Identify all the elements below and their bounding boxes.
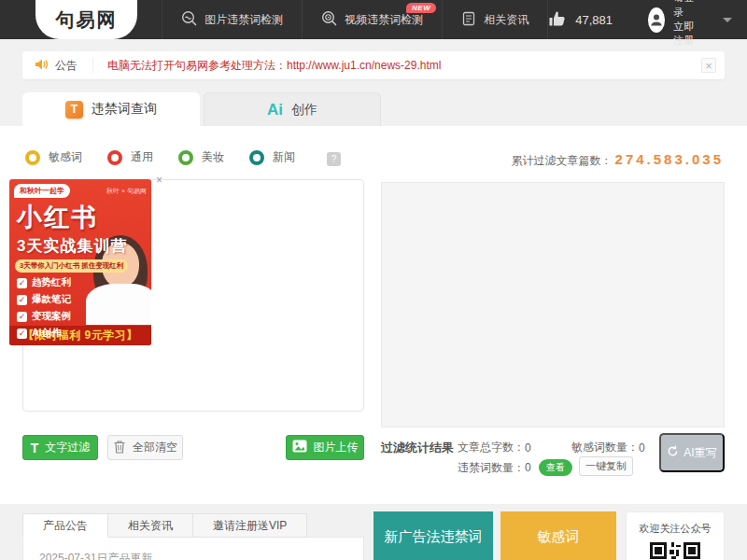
- official-account-card: 欢迎关注公众号: [626, 511, 725, 560]
- ad-title: 小红书: [9, 198, 151, 234]
- counter-label: 累计过滤文章篇数：: [512, 153, 613, 169]
- counter-value: 274.583.035: [615, 151, 724, 167]
- news-tabs: 产品公告 相关资讯 邀请注册送VIP: [22, 513, 364, 538]
- stat-label: 文章总字数：: [458, 440, 525, 455]
- view-banned-words-button[interactable]: 查看: [539, 459, 572, 476]
- main-tabs: T 违禁词查询 Ai 创作: [22, 92, 381, 126]
- tab-label: 违禁词查询: [92, 101, 157, 118]
- nav-item-label: 视频违禁词检测: [345, 12, 423, 28]
- text-filter-button[interactable]: T 文字过滤: [22, 435, 98, 460]
- image-upload-button[interactable]: 图片上传: [286, 435, 364, 460]
- account-menu[interactable]: 请登录 立即注册: [648, 0, 732, 49]
- ad-checklist-item: ✓ 变现案例: [9, 310, 151, 327]
- tab-invite-vip[interactable]: 邀请注册送VIP: [192, 513, 307, 538]
- ad-checklist-label: 爆款笔记: [32, 293, 71, 306]
- ad-checklist-label: AI创作: [32, 327, 62, 340]
- copy-all-button[interactable]: 一键复制: [579, 456, 633, 476]
- ad-checklist-item: ✓ 爆款笔记: [9, 293, 151, 310]
- stat-label: 敏感词数量：: [571, 440, 639, 455]
- tab-related-news[interactable]: 相关资讯: [107, 513, 193, 538]
- likes-counter[interactable]: 47,881: [548, 10, 613, 30]
- stat-value: 0: [525, 441, 531, 455]
- button-label: 文字过滤: [45, 440, 90, 455]
- qr-code: [650, 542, 700, 560]
- announcement-label: 公告: [22, 58, 93, 73]
- ad-checklist-label: 趋势红利: [32, 276, 71, 289]
- filter-beauty[interactable]: 美妆: [178, 149, 224, 165]
- radio-yellow-icon: [25, 150, 40, 165]
- filter-general[interactable]: 通用: [107, 149, 153, 165]
- filter-label: 通用: [131, 149, 153, 165]
- filter-label: 新闻: [273, 149, 295, 165]
- tab-product-announcements[interactable]: 产品公告: [22, 513, 108, 538]
- nav-item-label: 相关资讯: [484, 12, 529, 28]
- news-item-link[interactable]: 2025-07-31日产品更新: [39, 552, 152, 560]
- ad-question-text: 纯新手，如何成为一个能赚钱的小红书博主？: [9, 343, 151, 345]
- stat-label: 违禁词数量：: [458, 460, 525, 476]
- ai-icon: Ai: [267, 101, 283, 119]
- clear-all-button[interactable]: 全部清空: [107, 435, 183, 460]
- tab-ai-creation[interactable]: Ai 创作: [204, 92, 381, 126]
- login-line: 请登录: [673, 0, 694, 18]
- dictionary-filters: 敏感词 通用 美妆 新闻: [25, 149, 295, 165]
- likes-count: 47,881: [575, 13, 613, 27]
- announcement-label-text: 公告: [55, 58, 78, 74]
- filter-label: 敏感词: [49, 149, 82, 165]
- ad-close-icon[interactable]: ×: [156, 175, 162, 186]
- navbar-right: 47,881 请登录 立即注册: [548, 0, 747, 49]
- nav-item-video-detect[interactable]: 视频违禁词检测 NEW: [303, 0, 442, 39]
- news-list: 2025-07-31日产品更新: [22, 537, 364, 560]
- ad-top-badge: 和秋叶一起学: [14, 184, 70, 198]
- nav-item-image-detect[interactable]: 图片违禁词检测: [162, 0, 302, 39]
- sensitive-words-stat: 敏感词数量： 0: [571, 440, 645, 455]
- checkbox-icon: ✓: [17, 329, 27, 339]
- top-navbar: 句易网 图片违禁词检测 视频违禁词检测 NEW 相关资讯 47,881 请登录: [0, 0, 747, 39]
- ai-rewrite-button[interactable]: AI重写: [659, 433, 725, 472]
- filter-result-panel: [381, 182, 725, 427]
- radio-red-icon: [107, 150, 122, 165]
- ad-checklist-item: ✓ 趋势红利: [9, 276, 151, 293]
- image-icon: [292, 440, 307, 455]
- filter-sensitive-words[interactable]: 敏感词: [25, 149, 82, 165]
- filtered-articles-counter: 累计过滤文章篇数： 274.583.035: [512, 151, 724, 169]
- announcement-close-icon[interactable]: ×: [701, 58, 716, 73]
- announcement-link[interactable]: 电脑无法打开句易网参考处理方法：http://www.ju1.cn/news-2…: [107, 58, 441, 74]
- button-label: AI重写: [684, 445, 716, 461]
- qr-card-title: 欢迎关注公众号: [627, 512, 724, 536]
- news-icon: [461, 11, 476, 29]
- text-icon: T: [31, 441, 39, 455]
- radio-teal-icon: [249, 150, 264, 165]
- announcement-bar: 公告 电脑无法打开句易网参考处理方法：http://www.ju1.cn/new…: [22, 51, 725, 79]
- button-label: 图片上传: [314, 440, 359, 455]
- filter-label: 美妆: [202, 149, 224, 165]
- stat-value: 0: [639, 441, 645, 455]
- logo-text: 句易网: [56, 7, 118, 33]
- checkbox-icon: ✓: [17, 295, 27, 305]
- checkbox-icon: ✓: [17, 312, 27, 322]
- nav-item-label: 图片违禁词检测: [204, 12, 283, 28]
- logo[interactable]: 句易网: [35, 0, 137, 39]
- image-detect-icon: [181, 10, 197, 29]
- tab-label: 创作: [291, 102, 317, 119]
- filter-news[interactable]: 新闻: [249, 149, 295, 165]
- nav-item-news[interactable]: 相关资讯: [443, 0, 547, 39]
- trash-icon: [113, 440, 126, 456]
- chevron-down-icon: [723, 18, 732, 22]
- ad-subtitle: 3天实战集训营: [9, 234, 151, 259]
- refresh-icon: [667, 445, 679, 460]
- ad-tagline: 3天带你入门小红书 抓住变现红利: [15, 259, 128, 273]
- checkbox-icon: ✓: [17, 278, 27, 288]
- news-panel: 产品公告 相关资讯 邀请注册送VIP 2025-07-31日产品更新: [22, 513, 364, 560]
- radio-green-icon: [178, 150, 193, 165]
- main-nav: 图片违禁词检测 视频违禁词检测 NEW 相关资讯: [162, 0, 548, 39]
- button-label: 全部清空: [133, 440, 177, 455]
- tab-banned-word-query[interactable]: T 违禁词查询: [22, 92, 200, 126]
- new-ad-law-banned-words-box[interactable]: 新广告法违禁词: [374, 511, 493, 560]
- video-detect-icon: [321, 10, 337, 29]
- sensitive-words-box[interactable]: 敏感词: [500, 511, 616, 560]
- register-line: 立即注册: [673, 21, 694, 46]
- text-filter-tab-icon: T: [65, 101, 83, 119]
- help-badge[interactable]: ?: [327, 152, 341, 166]
- stats-title: 过滤统计结果: [381, 440, 454, 456]
- xiaohongshu-ad-banner[interactable]: 和秋叶一起学 秋叶 × 句易网 小红书 3天实战集训营 3天带你入门小红书 抓住…: [9, 179, 151, 345]
